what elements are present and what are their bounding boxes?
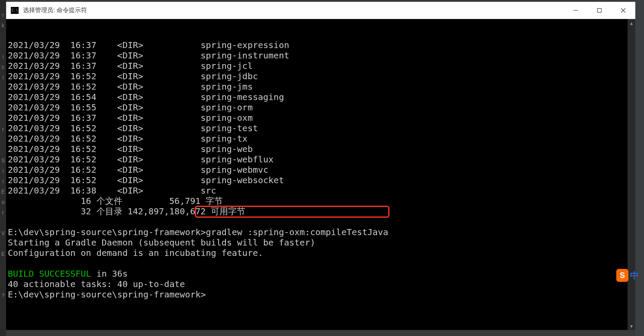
left-gutter: rk ici r SiiEor V E ? [0,0,6,336]
ime-indicator[interactable]: S 中 [616,268,639,283]
window-title: 选择管理员: 命令提示符 [23,6,87,14]
close-button[interactable] [611,2,635,19]
terminal[interactable]: 2021/03/29 16:37 <DIR> spring-expression… [6,19,635,330]
right-gutter [635,0,644,336]
svg-rect-1 [597,9,601,13]
scroll-up-icon[interactable]: ▲ [628,19,635,27]
ime-lang-icon: 中 [630,270,639,281]
maximize-button[interactable] [587,2,611,19]
scroll-down-icon[interactable]: ▼ [628,322,635,330]
sogou-icon: S [616,269,628,282]
command-highlight-box [195,206,390,218]
cmd-icon: C:\ [11,7,19,14]
minimize-button[interactable] [564,2,587,19]
terminal-output: 2021/03/29 16:37 <DIR> spring-expression… [6,40,635,300]
window-titlebar: C:\ 选择管理员: 命令提示符 [6,2,635,19]
terminal-scrollbar[interactable]: ▲ ▼ [628,19,635,330]
